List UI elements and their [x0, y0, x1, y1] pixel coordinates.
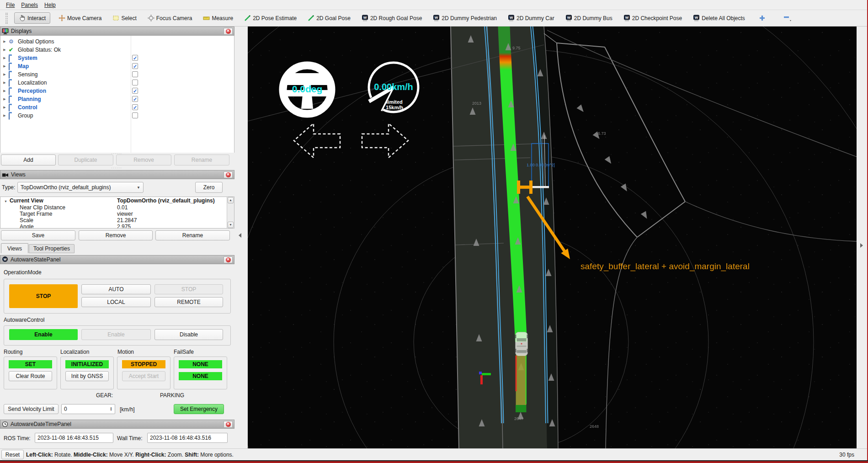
tool-select[interactable]: Select [110, 13, 139, 23]
expand-icon[interactable]: ▶ [0, 89, 7, 93]
remote-mode-button[interactable]: REMOTE [154, 297, 223, 307]
auto-mode-button[interactable]: AUTO [81, 284, 151, 294]
clear-route-button[interactable]: Clear Route [9, 371, 52, 381]
menu-help[interactable]: Help [41, 2, 59, 8]
current-view-header[interactable]: ▼Current View TopDownOrtho (rviz_default… [0, 197, 226, 204]
checkbox-perception[interactable] [132, 88, 138, 94]
tool-move-camera[interactable]: Move Camera [56, 13, 104, 23]
tool-2d-dummy-car[interactable]: W 2D Dummy Car [505, 13, 557, 23]
autoware-state-panel-titlebar[interactable]: W AutowareStatePanel ✕ [0, 255, 234, 264]
close-button[interactable]: ✕ [224, 28, 233, 35]
tool-2d-checkpoint-pose[interactable]: W 2D Checkpoint Pose [621, 13, 685, 23]
3d-viewport[interactable]: 1.00 0.00 [m^2] safety_buffer_lateral + … [248, 27, 857, 448]
send-velocity-limit-button[interactable]: Send Velocity Limit [4, 404, 59, 414]
tree-item-system[interactable]: ▶System [0, 54, 130, 62]
local-mode-button[interactable]: LOCAL [81, 297, 151, 307]
rename-view-button[interactable]: Rename [155, 230, 230, 240]
tree-item-map[interactable]: ▶Map [0, 62, 130, 70]
tree-item-group[interactable]: ▶Group [0, 112, 130, 120]
tab-tool-properties[interactable]: Tool Properties [29, 244, 75, 253]
checkbox-group[interactable] [132, 112, 138, 118]
expand-icon[interactable]: ▶ [0, 56, 7, 60]
expand-icon[interactable]: ▶ [0, 97, 7, 101]
set-emergency-button[interactable]: Set Emergency [174, 404, 224, 414]
property-row[interactable]: Near Clip Distance0.01 [0, 204, 226, 211]
tool-2d-dummy-bus[interactable]: W 2D Dummy Bus [563, 13, 615, 23]
expand-icon[interactable]: ▶ [0, 106, 7, 109]
property-row[interactable]: Scale21.2847 [0, 217, 226, 224]
save-button[interactable]: Save [1, 230, 75, 240]
property-row[interactable]: Angle2.975 [0, 224, 226, 229]
add-button[interactable]: Add [1, 154, 56, 165]
checkbox-system[interactable] [132, 55, 138, 61]
expand-right-icon[interactable] [860, 243, 863, 248]
menu-file[interactable]: File [3, 2, 18, 8]
tree-item-sensing[interactable]: ▶Sensing [0, 70, 130, 79]
tool-measure[interactable]: Measure [200, 13, 236, 23]
expand-icon[interactable]: ▶ [0, 81, 7, 85]
tree-item-perception[interactable]: ▶Perception [0, 87, 130, 95]
checkbox-sensing[interactable] [132, 71, 138, 77]
tool-focus-camera[interactable]: Focus Camera [145, 13, 195, 23]
expand-icon[interactable]: ▶ [0, 64, 7, 68]
views-panel-titlebar[interactable]: Views ✕ [0, 170, 234, 179]
close-button[interactable]: ✕ [224, 171, 233, 178]
remove-button[interactable]: Remove [116, 154, 171, 165]
scroll-up-icon[interactable]: ▲ [228, 197, 234, 203]
tree-item-global-options[interactable]: ▶⚙Global Options [0, 37, 130, 46]
displays-panel-titlebar[interactable]: Displays ✕ [0, 27, 234, 36]
tab-views[interactable]: Views [1, 243, 28, 253]
ros-time-field[interactable]: 2023-11-08 16:48:43.515 [35, 433, 113, 443]
stop-mode-disabled-button[interactable]: STOP [154, 284, 223, 294]
expand-icon[interactable]: ▶ [0, 40, 7, 43]
collapse-left-icon[interactable] [239, 233, 241, 238]
rename-button[interactable]: Rename [174, 154, 229, 165]
panel-splitter[interactable] [234, 27, 248, 448]
checkbox-localization[interactable] [132, 80, 138, 85]
disable-button[interactable]: Disable [154, 329, 223, 340]
tool-delete-all-objects[interactable]: W Delete All Objects [690, 13, 748, 23]
datetime-panel-titlebar[interactable]: AutowareDateTimePanel ✕ [0, 420, 234, 429]
tool-remove-button[interactable] [780, 12, 796, 24]
tool-2d-rough-goal-pose[interactable]: W 2D Rough Goal Pose [359, 13, 425, 23]
property-row[interactable]: Target Frameviewer [0, 211, 226, 217]
close-button[interactable]: ✕ [224, 256, 233, 263]
tree-item-localization[interactable]: ▶Localization [0, 79, 130, 87]
duplicate-button[interactable]: Duplicate [58, 154, 113, 165]
expand-icon[interactable]: ▶ [0, 48, 7, 52]
wall-time-field[interactable]: 2023-11-08 16:48:43.516 [147, 433, 228, 443]
expand-icon[interactable]: ▶ [0, 73, 7, 76]
scrollbar[interactable]: ▲ ▼ [227, 197, 234, 228]
toolbar-handle[interactable] [5, 13, 8, 24]
tree-item-global-status[interactable]: ▶✔Global Status: Ok [0, 46, 130, 54]
remove-view-button[interactable]: Remove [79, 230, 153, 240]
tree-item-planning[interactable]: ▶Planning [0, 95, 130, 103]
stop-mode-button[interactable]: STOP [9, 284, 78, 308]
view-type-dropdown[interactable]: TopDownOrtho (rviz_default_plugins) ▼ [17, 182, 144, 193]
enable-button[interactable]: Enable [9, 329, 78, 340]
tool-add-button[interactable] [756, 13, 768, 23]
checkbox-control[interactable] [132, 104, 138, 110]
tool-label: Delete All Objects [702, 15, 745, 21]
checkbox-planning[interactable] [132, 96, 138, 102]
close-button[interactable]: ✕ [224, 421, 233, 428]
tree-item-control[interactable]: ▶Control [0, 103, 130, 112]
collapse-icon[interactable]: ▼ [0, 200, 10, 203]
accept-start-button[interactable]: Accept Start [122, 371, 165, 381]
enable-disabled-button[interactable]: Enable [81, 329, 151, 340]
reset-button[interactable]: Reset [1, 450, 24, 459]
checkbox-map[interactable] [132, 63, 138, 69]
menu-panels[interactable]: Panels [18, 2, 41, 8]
zero-button[interactable]: Zero [195, 182, 223, 193]
tool-2d-dummy-pedestrian[interactable]: W 2D Dummy Pedestrian [430, 13, 500, 23]
scroll-down-icon[interactable]: ▼ [228, 222, 234, 228]
tool-2d-pose-estimate[interactable]: 2D Pose Estimate [241, 13, 299, 23]
expand-icon[interactable]: ▶ [0, 114, 7, 117]
spinner-arrows[interactable]: ▲▼ [110, 407, 112, 411]
tool-interact[interactable]: Interact [14, 12, 50, 24]
init-by-gnss-button[interactable]: Init by GNSS [65, 371, 109, 381]
velocity-input[interactable]: 0 ▲▼ [61, 404, 115, 414]
splitter-handle[interactable]: ······ [111, 165, 122, 170]
tool-2d-goal-pose[interactable]: 2D Goal Pose [305, 13, 353, 23]
right-panel-strip[interactable] [857, 27, 867, 448]
